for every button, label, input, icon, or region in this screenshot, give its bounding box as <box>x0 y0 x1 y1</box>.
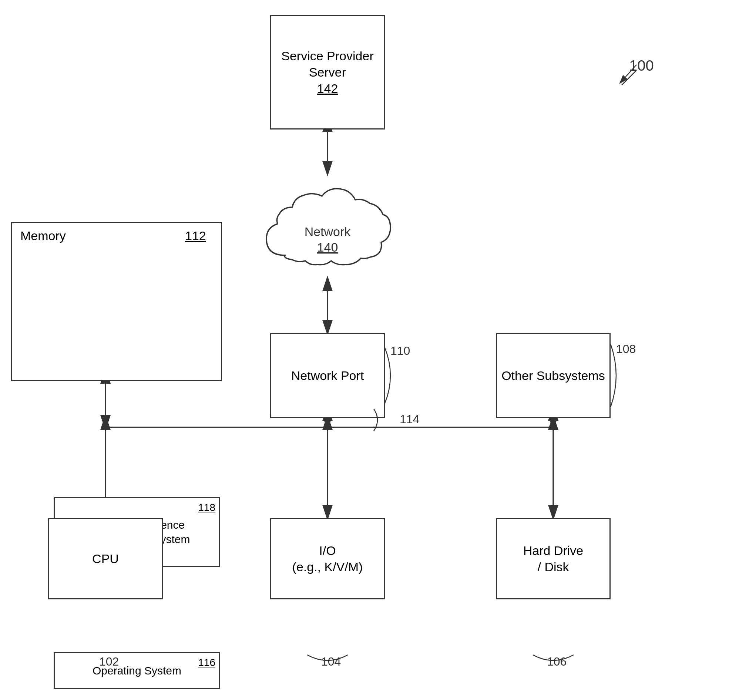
memory-label-text: Memory <box>20 229 66 243</box>
harddrive-ref: 106 <box>547 655 566 668</box>
cpu-ref: 102 <box>99 655 119 668</box>
os-ref: 116 <box>198 656 215 669</box>
io-box: I/O (e.g., K/V/M) <box>270 518 385 599</box>
harddrive-label: Hard Drive / Disk <box>523 542 583 575</box>
network-port-ref: 110 <box>391 344 410 358</box>
other-subsystems-label: Other Subsystems <box>501 367 605 384</box>
svg-line-19 <box>620 65 636 83</box>
server-ref: 142 <box>281 80 373 97</box>
cpu-label: CPU <box>92 550 119 567</box>
cials-ref: 118 <box>198 501 215 514</box>
harddrive-box: Hard Drive / Disk <box>496 518 611 599</box>
other-subsystems-box: Other Subsystems <box>496 333 611 418</box>
memory-ref-num: 112 <box>185 229 206 243</box>
io-label: I/O (e.g., K/V/M) <box>292 542 363 575</box>
memory-box: Cognitive Inference And Learning System … <box>11 222 222 381</box>
server-box: Service Provider Server 142 <box>270 15 385 129</box>
network-port-label: Network Port <box>291 367 364 384</box>
svg-text:Network: Network <box>305 225 351 239</box>
os-inner-box: Operating System 116 <box>54 652 220 689</box>
bus-ref-curve <box>370 405 407 435</box>
cpu-box: CPU <box>48 518 163 599</box>
svg-text:140: 140 <box>317 240 338 254</box>
ref-100-arrow <box>614 63 644 93</box>
io-ref: 104 <box>321 655 341 668</box>
other-subsystems-ref: 108 <box>616 342 636 356</box>
network-cloud: Network 140 <box>255 174 400 289</box>
server-label: Service Provider Server <box>281 48 373 80</box>
network-port-box: Network Port <box>270 333 385 418</box>
